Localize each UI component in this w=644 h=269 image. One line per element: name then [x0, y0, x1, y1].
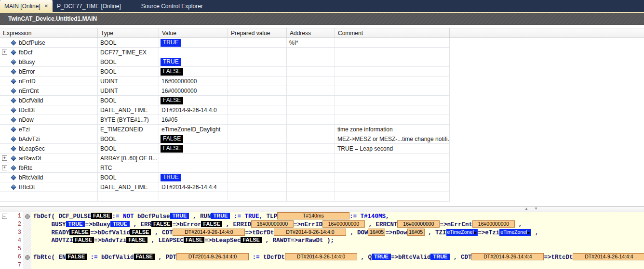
- tab-main-online[interactable]: MAIN [Online] ✕: [0, 0, 53, 12]
- column-header-value[interactable]: Value: [159, 28, 228, 38]
- inline-false-badge[interactable]: FALSE: [241, 237, 261, 243]
- column-header-prepared-value[interactable]: Prepared value: [228, 28, 287, 38]
- inline-false-badge[interactable]: FALSE: [130, 229, 151, 235]
- scroll-down-icon[interactable]: ▼: [534, 206, 544, 211]
- inline-true-badge[interactable]: TRUE: [170, 213, 189, 219]
- value-cell[interactable]: [159, 163, 228, 172]
- inline-true-badge[interactable]: TRUE: [211, 213, 230, 219]
- breakpoint-margin[interactable]: [23, 220, 31, 229]
- inline-true-badge[interactable]: TRUE: [372, 254, 391, 260]
- table-row[interactable]: bLeapSecBOOLFALSETRUE = Leap second: [0, 144, 450, 154]
- code-text[interactable]: [31, 261, 644, 269]
- inline-value-box[interactable]: 16#00000000: [322, 220, 365, 228]
- value-cell[interactable]: DT#2014-9-26-14:4:4: [159, 182, 228, 192]
- table-row[interactable]: +fbRtcRTC: [0, 163, 450, 173]
- code-text[interactable]: fbRtc( ENFALSE := bDcfValidFALSE , PDTDT…: [31, 253, 644, 261]
- breakpoint-margin[interactable]: [23, 229, 31, 237]
- table-row[interactable]: eTziE_TIMEZONEIDeTimeZoneID_Daylighttime…: [0, 125, 450, 134]
- inline-true-badge[interactable]: TRUE: [430, 254, 450, 260]
- column-header-expression[interactable]: Expression: [0, 28, 98, 38]
- table-row[interactable]: tRtcDtDATE_AND_TIMEDT#2014-9-26-14:4:4: [0, 182, 450, 192]
- bool-value-badge[interactable]: TRUE: [161, 58, 181, 66]
- table-row[interactable]: bBusyBOOLTRUE: [0, 57, 450, 67]
- inline-false-badge[interactable]: FALSE: [126, 237, 147, 243]
- value-cell[interactable]: FALSE: [159, 96, 228, 105]
- breakpoint-margin[interactable]: [23, 261, 31, 269]
- inline-value-box[interactable]: DT#2014-9-26-14:4:4: [471, 253, 544, 260]
- code-text[interactable]: BUSYTRUE=>bBusyTRUE , ERRFALSE=>bErrorFA…: [31, 220, 644, 229]
- breakpoint-margin[interactable]: [23, 245, 31, 253]
- value-cell[interactable]: TRUE: [159, 38, 228, 47]
- inline-value-box[interactable]: DT#2014-9-26-14:4:4: [573, 253, 644, 260]
- code-text[interactable]: ADVTZIFALSE=>bAdvTziFALSE , LEAPSECFALSE…: [31, 237, 644, 245]
- value-cell[interactable]: FALSE: [159, 67, 228, 76]
- inline-false-badge[interactable]: FALSE: [184, 237, 204, 243]
- tab-p-dcf77-time-online[interactable]: P_DCF77_TIME [Online]: [53, 0, 125, 12]
- inline-false-badge[interactable]: FALSE: [69, 229, 90, 235]
- table-row[interactable]: nDowBYTE (BYTE#1..7)16#05: [0, 115, 450, 125]
- value-cell[interactable]: 16#00000000: [159, 86, 228, 95]
- value-cell[interactable]: TRUE: [159, 173, 228, 182]
- table-row[interactable]: nErrIDUDINT16#00000000: [0, 77, 450, 86]
- table-row[interactable]: [0, 192, 450, 202]
- collapse-icon[interactable]: −: [2, 214, 7, 219]
- inline-value-box[interactable]: 16#00000000: [251, 220, 294, 228]
- table-row[interactable]: bErrorBOOLFALSE: [0, 67, 450, 77]
- scroll-up-icon[interactable]: ▲: [524, 206, 534, 211]
- column-header-address[interactable]: Address: [287, 28, 335, 38]
- breakpoint-margin[interactable]: [23, 253, 31, 261]
- value-cell[interactable]: FALSE: [159, 134, 228, 143]
- bool-value-badge[interactable]: FALSE: [161, 135, 183, 143]
- inline-value-box[interactable]: 16#05: [407, 229, 425, 236]
- inline-value-box[interactable]: DT#2014-9-26-14:4:0: [176, 253, 249, 260]
- inline-false-badge[interactable]: FALSE: [66, 254, 87, 260]
- code-text[interactable]: READYFALSE=>bDcfValidFALSE , CDTDT#2014-…: [31, 229, 644, 237]
- table-row[interactable]: tDcfDtDATE_AND_TIMEDT#2014-9-26-14:4:0: [0, 105, 450, 115]
- table-row[interactable]: bDcfPulseBOOLTRUE%I*: [0, 38, 450, 48]
- table-row[interactable]: +fbDcfDCF77_TIME_EX: [0, 48, 450, 57]
- table-row[interactable]: nErrCntUDINT16#00000000: [0, 86, 450, 96]
- inline-false-badge[interactable]: FALSE: [201, 221, 222, 227]
- value-cell[interactable]: DT#2014-9-26-14:4:0: [159, 105, 228, 115]
- value-cell[interactable]: TRUE: [159, 57, 228, 66]
- inline-value-box[interactable]: T#140ms: [277, 212, 349, 219]
- close-icon[interactable]: ✕: [44, 4, 48, 9]
- code-editor[interactable]: −1fbDcf( DCF_PULSEFALSE:= NOT bDcfPulseT…: [0, 212, 644, 269]
- expand-icon[interactable]: +: [2, 165, 7, 170]
- table-row[interactable]: bDcfValidBOOLFALSE: [0, 96, 450, 105]
- value-cell[interactable]: FALSE: [159, 144, 228, 153]
- inline-false-badge[interactable]: FALSE: [151, 221, 172, 227]
- inline-false-badge[interactable]: FALSE: [91, 213, 112, 219]
- table-row[interactable]: +arRawDtARRAY [0..60] OF B...: [0, 154, 450, 163]
- inline-true-badge[interactable]: TRUE: [110, 221, 130, 227]
- inline-value-box[interactable]: DT#2014-9-26-14:4:0: [285, 253, 357, 260]
- table-row[interactable]: bAdvTziBOOLFALSEMEZ->MESZ or MESZ-...tim…: [0, 134, 450, 144]
- column-header-type[interactable]: Type: [98, 28, 159, 38]
- value-cell[interactable]: [159, 154, 228, 163]
- inline-value-box[interactable]: 16#00000000: [472, 220, 515, 228]
- value-cell[interactable]: eTimeZoneID_Daylight: [159, 125, 228, 134]
- breakpoint-margin[interactable]: [23, 212, 31, 220]
- inline-false-badge[interactable]: FALSE: [73, 237, 94, 243]
- inline-true-badge[interactable]: TRUE: [66, 221, 85, 227]
- inline-enum-box[interactable]: eTimeZoneI▶: [499, 229, 531, 236]
- bool-value-badge[interactable]: TRUE: [161, 174, 181, 181]
- inline-value-box[interactable]: 16#00000000: [397, 220, 440, 228]
- value-cell[interactable]: 16#00000000: [159, 77, 228, 86]
- inline-value-box[interactable]: 16#05: [368, 229, 385, 236]
- inline-value-box[interactable]: DT#2014-9-26-14:4:0: [274, 229, 346, 236]
- value-cell[interactable]: 16#05: [159, 115, 228, 124]
- bool-value-badge[interactable]: FALSE: [161, 97, 183, 104]
- splitter-scroll-arrows[interactable]: ▲▼: [524, 206, 544, 211]
- code-text[interactable]: fbDcf( DCF_PULSEFALSE:= NOT bDcfPulseTRU…: [31, 212, 644, 220]
- breakpoint-margin[interactable]: [23, 237, 31, 245]
- inline-false-badge[interactable]: FALSE: [134, 254, 155, 260]
- editor-splitter[interactable]: ▲▼: [0, 206, 644, 212]
- code-text[interactable]: [31, 245, 644, 253]
- value-cell[interactable]: [159, 48, 228, 57]
- inline-value-box[interactable]: DT#2014-9-26-14:4:0: [173, 229, 245, 236]
- bool-value-badge[interactable]: FALSE: [161, 68, 183, 76]
- tab-source-control-explorer[interactable]: Source Control Explorer: [137, 0, 207, 12]
- bool-value-badge[interactable]: TRUE: [161, 39, 181, 47]
- table-row[interactable]: bRtcValidBOOLTRUE: [0, 173, 450, 182]
